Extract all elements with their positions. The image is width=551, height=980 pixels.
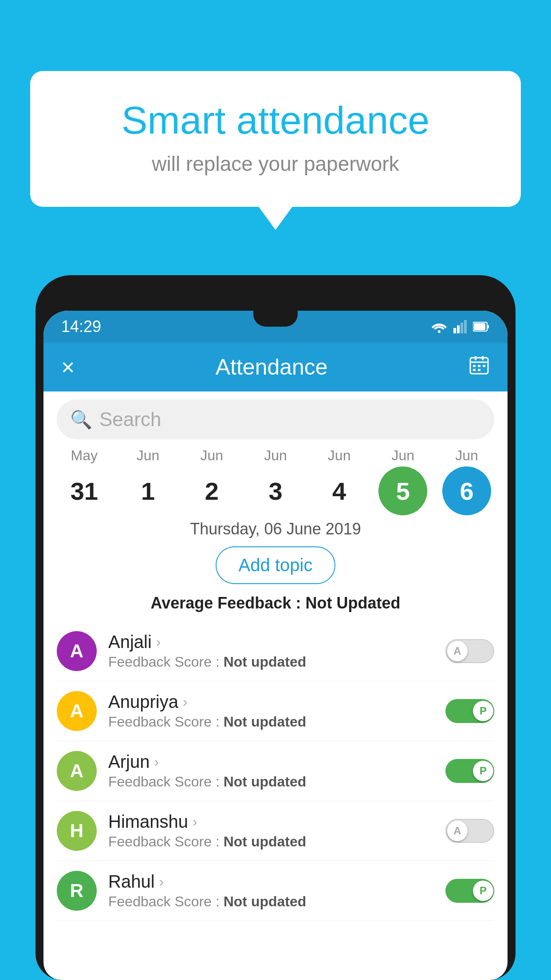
toggle-knob: A <box>447 821 468 841</box>
calendar-date-number[interactable]: 5 <box>378 466 427 515</box>
calendar-day[interactable]: Jun2 <box>183 447 240 515</box>
svg-rect-6 <box>487 325 489 328</box>
student-info: Anupriya ›Feedback Score : Not updated <box>108 692 445 730</box>
calendar-strip: May31Jun1Jun2Jun3Jun4Jun5Jun6 <box>43 447 508 515</box>
calendar-month-label: Jun <box>200 447 223 464</box>
chevron-icon: › <box>183 694 188 710</box>
close-button[interactable]: × <box>61 354 75 380</box>
search-icon: 🔍 <box>70 409 92 430</box>
student-avatar: A <box>57 691 97 731</box>
svg-rect-15 <box>478 369 480 371</box>
student-item[interactable]: RRahul ›Feedback Score : Not updatedP <box>57 861 494 921</box>
calendar-days: May31Jun1Jun2Jun3Jun4Jun5Jun6 <box>52 447 499 515</box>
toggle-knob: P <box>473 881 493 901</box>
student-avatar: R <box>57 871 97 911</box>
calendar-day[interactable]: Jun1 <box>119 447 177 515</box>
calendar-month-label: Jun <box>137 447 160 464</box>
avg-feedback: Average Feedback : Not Updated <box>43 594 508 612</box>
calendar-month-label: Jun <box>328 447 351 464</box>
student-avatar: A <box>57 631 97 671</box>
student-feedback: Feedback Score : Not updated <box>108 774 445 790</box>
calendar-icon[interactable] <box>468 354 490 380</box>
svg-rect-13 <box>483 365 485 367</box>
calendar-day[interactable]: Jun4 <box>311 447 368 515</box>
app-bar: × Attendance <box>43 343 508 391</box>
student-feedback: Feedback Score : Not updated <box>108 654 445 670</box>
speech-bubble: Smart attendance will replace your paper… <box>30 71 521 207</box>
toggle-knob: A <box>447 641 468 661</box>
attendance-toggle[interactable]: P <box>445 879 494 903</box>
student-feedback: Feedback Score : Not updated <box>108 834 445 850</box>
svg-rect-2 <box>457 325 460 333</box>
calendar-date-number[interactable]: 2 <box>187 466 236 515</box>
signal-icon <box>453 320 467 333</box>
student-avatar: H <box>57 811 97 851</box>
student-info: Himanshu ›Feedback Score : Not updated <box>108 812 445 850</box>
calendar-date-number[interactable]: 3 <box>251 466 300 515</box>
attendance-toggle[interactable]: P <box>445 699 494 723</box>
svg-rect-1 <box>453 328 456 333</box>
avg-feedback-value: Not Updated <box>305 594 400 612</box>
status-time: 14:29 <box>61 317 101 336</box>
student-item[interactable]: AAnupriya ›Feedback Score : Not updatedP <box>57 681 494 741</box>
calendar-month-label: Jun <box>264 447 287 464</box>
avg-feedback-label: Average Feedback : <box>151 594 301 612</box>
calendar-month-label: May <box>71 447 98 464</box>
app-tagline-subtitle: will replace your paperwork <box>52 152 499 176</box>
calendar-day[interactable]: May31 <box>55 447 113 515</box>
student-item[interactable]: HHimanshu ›Feedback Score : Not updatedA <box>57 801 494 861</box>
svg-rect-7 <box>474 323 485 330</box>
app-tagline-title: Smart attendance <box>52 98 499 143</box>
student-avatar: A <box>57 751 97 791</box>
svg-point-0 <box>438 330 441 333</box>
student-name: Arjun › <box>108 752 445 772</box>
chevron-icon: › <box>193 814 197 830</box>
student-name: Anjali › <box>108 632 445 652</box>
calendar-day[interactable]: Jun6 <box>438 447 496 515</box>
attendance-toggle[interactable]: A <box>445 819 494 843</box>
toggle-knob: P <box>473 761 493 781</box>
wifi-icon <box>431 320 447 333</box>
student-name: Anupriya › <box>108 692 445 712</box>
student-name: Rahul › <box>108 872 445 892</box>
status-icons <box>431 320 490 333</box>
student-name: Himanshu › <box>108 812 445 832</box>
phone-notch <box>253 311 298 327</box>
search-input[interactable]: Search <box>99 408 161 431</box>
student-list: AAnjali ›Feedback Score : Not updatedAAA… <box>43 621 508 921</box>
student-feedback: Feedback Score : Not updated <box>108 714 445 730</box>
svg-rect-12 <box>478 365 480 367</box>
student-item[interactable]: AArjun ›Feedback Score : Not updatedP <box>57 741 494 801</box>
student-item[interactable]: AAnjali ›Feedback Score : Not updatedA <box>57 621 494 681</box>
search-bar[interactable]: 🔍 Search <box>57 399 494 439</box>
chevron-icon: › <box>156 634 161 650</box>
attendance-toggle[interactable]: P <box>445 759 494 783</box>
student-info: Rahul ›Feedback Score : Not updated <box>108 872 445 910</box>
phone-screen: 14:29 <box>43 311 508 980</box>
add-topic-button[interactable]: Add topic <box>216 546 336 584</box>
phone-frame: 14:29 <box>35 275 516 980</box>
calendar-month-label: Jun <box>455 447 478 464</box>
selected-date-label: Thursday, 06 June 2019 <box>43 520 508 538</box>
svg-rect-14 <box>473 369 476 371</box>
svg-rect-3 <box>460 323 463 333</box>
toggle-knob: P <box>473 701 493 721</box>
chevron-icon: › <box>159 873 164 890</box>
svg-rect-4 <box>464 320 467 333</box>
svg-rect-11 <box>473 365 476 367</box>
svg-rect-9 <box>475 356 476 360</box>
app-bar-title: Attendance <box>216 354 328 380</box>
calendar-date-number[interactable]: 4 <box>315 466 364 515</box>
calendar-date-number[interactable]: 31 <box>60 466 109 515</box>
student-info: Arjun ›Feedback Score : Not updated <box>108 752 445 790</box>
calendar-date-number[interactable]: 6 <box>442 466 491 515</box>
student-info: Anjali ›Feedback Score : Not updated <box>108 632 445 670</box>
student-feedback: Feedback Score : Not updated <box>108 893 445 910</box>
calendar-day[interactable]: Jun5 <box>374 447 432 515</box>
calendar-date-number[interactable]: 1 <box>124 466 173 515</box>
battery-icon <box>473 321 490 332</box>
svg-rect-10 <box>482 356 484 360</box>
calendar-month-label: Jun <box>392 447 415 464</box>
calendar-day[interactable]: Jun3 <box>247 447 304 515</box>
attendance-toggle[interactable]: A <box>445 639 494 663</box>
